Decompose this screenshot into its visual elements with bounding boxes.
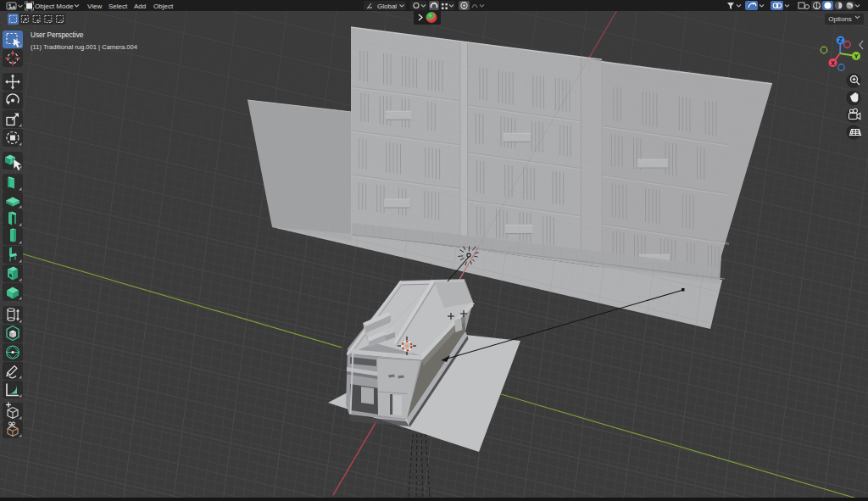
svg-text:Z: Z bbox=[838, 37, 843, 43]
svg-text:User Perspective: User Perspective bbox=[31, 31, 84, 39]
svg-text:View: View bbox=[87, 3, 102, 10]
svg-text:Options: Options bbox=[828, 15, 852, 23]
svg-text:X: X bbox=[831, 60, 835, 66]
svg-text:∩: ∩ bbox=[58, 18, 63, 24]
svg-text:Global: Global bbox=[377, 3, 397, 10]
svg-text:Object Mode: Object Mode bbox=[35, 3, 74, 10]
svg-text:Object: Object bbox=[153, 3, 174, 10]
svg-text:Add: Add bbox=[134, 3, 146, 10]
svg-text:+: + bbox=[36, 17, 40, 25]
svg-text:(11) Traditional rug.001 | Cam: (11) Traditional rug.001 | Camera.004 bbox=[31, 43, 137, 51]
svg-text:Y: Y bbox=[854, 53, 859, 59]
svg-text:Select: Select bbox=[108, 3, 128, 10]
svg-text:−: − bbox=[47, 17, 52, 25]
